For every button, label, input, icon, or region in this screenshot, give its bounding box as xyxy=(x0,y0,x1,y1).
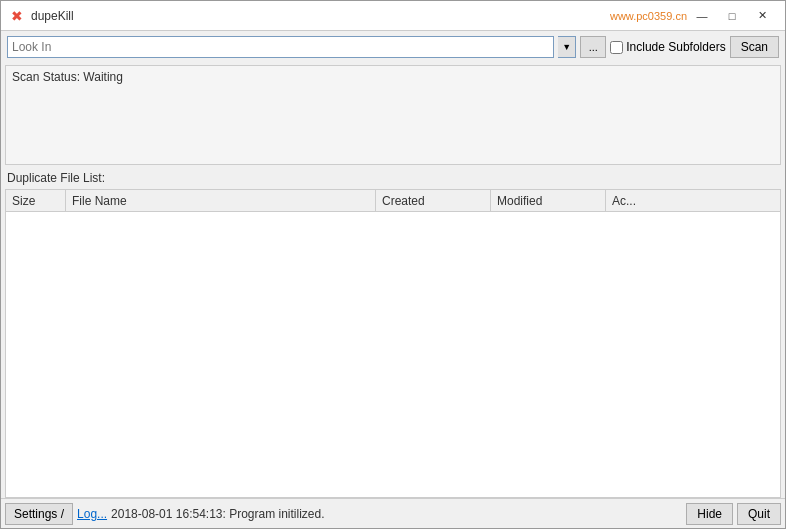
toolbar: ▼ ... Include Subfolders Scan xyxy=(1,31,785,63)
log-message: 2018-08-01 16:54:13: Program initilized. xyxy=(111,507,682,521)
app-title: dupeKill xyxy=(31,9,610,23)
title-controls: — □ ✕ xyxy=(687,6,777,26)
file-list-header: Size File Name Created Modified Ac... xyxy=(6,190,780,212)
bottom-bar: Settings / Log... 2018-08-01 16:54:13: P… xyxy=(1,498,785,528)
include-subfolders-label: Include Subfolders xyxy=(610,40,725,54)
duplicate-file-list-label: Duplicate File List: xyxy=(1,167,785,189)
column-header-filename[interactable]: File Name xyxy=(66,190,376,211)
column-header-size[interactable]: Size xyxy=(6,190,66,211)
close-button[interactable]: ✕ xyxy=(747,6,777,26)
scan-status-text: Scan Status: Waiting xyxy=(12,70,123,84)
status-panel: Scan Status: Waiting xyxy=(5,65,781,165)
hide-button[interactable]: Hide xyxy=(686,503,733,525)
settings-button[interactable]: Settings / xyxy=(5,503,73,525)
app-icon: ✖ xyxy=(9,8,25,24)
file-list-container: Size File Name Created Modified Ac... xyxy=(5,189,781,498)
include-subfolders-checkbox[interactable] xyxy=(610,41,623,54)
browse-button[interactable]: ... xyxy=(580,36,606,58)
scan-button[interactable]: Scan xyxy=(730,36,779,58)
title-bar: ✖ dupeKill www.pc0359.cn — □ ✕ xyxy=(1,1,785,31)
column-header-accessed[interactable]: Ac... xyxy=(606,190,686,211)
dropdown-arrow-icon[interactable]: ▼ xyxy=(558,36,576,58)
column-header-created[interactable]: Created xyxy=(376,190,491,211)
log-link[interactable]: Log... xyxy=(77,507,107,521)
maximize-button[interactable]: □ xyxy=(717,6,747,26)
quit-button[interactable]: Quit xyxy=(737,503,781,525)
path-input[interactable] xyxy=(7,36,554,58)
watermark: www.pc0359.cn xyxy=(610,10,687,22)
main-window: ✖ dupeKill www.pc0359.cn — □ ✕ ▼ ... Inc… xyxy=(0,0,786,529)
file-list-body xyxy=(6,212,780,497)
minimize-button[interactable]: — xyxy=(687,6,717,26)
column-header-modified[interactable]: Modified xyxy=(491,190,606,211)
